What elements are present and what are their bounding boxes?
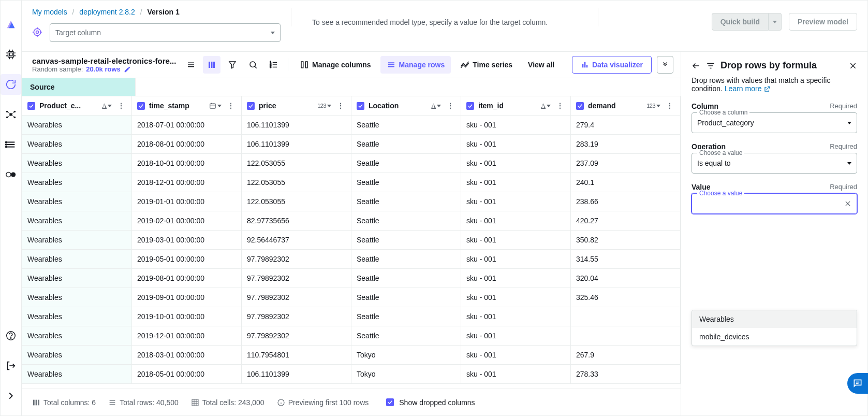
svg-point-22 [6,142,7,143]
svg-rect-41 [213,62,215,68]
table-cell: 97.79892302 [242,307,351,326]
table-cell: sku - 001 [461,326,571,346]
breadcrumb-root[interactable]: My models [32,8,67,16]
column-header[interactable]: demand123 ⋮ [571,96,681,116]
manage-columns-button[interactable]: Manage columns [293,56,377,74]
dropdown-option[interactable]: Wearables [692,310,857,328]
table-cell: Seattle [351,307,461,326]
column-checkbox[interactable] [466,102,474,110]
target-column-select[interactable]: Target column [50,23,281,42]
data-table: Product_c...A ⋮time_stamp ⋮price123 ⋮Loc… [22,96,681,384]
quick-build-dropdown[interactable] [769,13,782,31]
column-type-icon[interactable] [209,102,222,109]
column-header[interactable]: item_idA ⋮ [461,96,571,116]
numbered-list-icon[interactable]: 123 [265,56,283,74]
total-rows: Total rows: 40,500 [108,398,179,407]
column-header[interactable]: LocationA ⋮ [351,96,461,116]
logout-icon[interactable] [1,355,21,376]
back-icon[interactable] [692,61,701,70]
rows-link[interactable]: 20.0k rows [86,65,121,73]
table-row: Wearables2019-08-01 00:00:0097.79892302S… [22,269,681,288]
value-select[interactable]: Choose a value [692,193,857,214]
table-cell: 2019-08-01 00:00:00 [132,269,242,288]
column-type-icon[interactable]: A [541,102,551,110]
table-cell: 2019-03-01 00:00:00 [132,231,242,250]
expand-icon[interactable] [1,385,21,406]
learn-more-link[interactable]: Learn more [725,84,771,93]
chat-fab[interactable] [847,373,868,394]
table-cell: sku - 001 [461,288,571,307]
column-header[interactable]: Product_c...A ⋮ [22,96,132,116]
column-menu-icon[interactable]: ⋮ [555,102,565,110]
graph-icon[interactable] [1,104,21,125]
chip-icon[interactable] [1,44,21,65]
table-cell: Seattle [351,288,461,307]
view-grid-icon[interactable] [203,56,220,74]
svg-line-16 [11,112,14,115]
clear-icon[interactable] [844,200,851,207]
column-menu-icon[interactable]: ⋮ [226,102,236,110]
table-cell: Wearables [22,211,132,231]
refresh-icon[interactable] [1,74,21,95]
close-icon[interactable] [849,62,857,70]
table-row: Wearables2018-05-01 00:00:00106.1101399T… [22,365,681,384]
preview-model-button[interactable]: Preview model [789,13,857,31]
table-row: Wearables2018-03-01 00:00:00110.7954801T… [22,346,681,365]
table-cell: 110.7954801 [242,346,351,365]
column-menu-icon[interactable]: ⋮ [116,102,126,110]
column-select[interactable]: Choose a column Product_category [692,112,857,133]
view-all-button[interactable]: View all [522,56,561,74]
column-checkbox[interactable] [137,102,145,110]
show-dropped-checkbox[interactable]: Show dropped columns [386,398,475,407]
logo-icon[interactable] [1,14,21,35]
data-visualizer-button[interactable]: Data visualizer [572,56,652,74]
chevron-down-icon [847,162,851,165]
search-icon[interactable] [244,56,262,74]
table-row: Wearables2018-12-01 00:00:00122.053055Se… [22,173,681,192]
dataset-title: canvas-sample-retail-electronics-fore... [32,56,179,65]
svg-line-18 [11,114,14,118]
target-icon [32,27,42,39]
help-icon[interactable] [1,325,21,346]
svg-rect-65 [38,399,39,405]
info-text: To see a recommended model type, specify… [291,8,598,26]
column-type-icon[interactable]: 123 [646,103,660,109]
column-type-icon[interactable]: A [102,102,112,110]
table-cell: Wearables [22,154,132,173]
svg-line-15 [7,112,11,115]
manage-rows-button[interactable]: Manage rows [380,56,451,74]
view-list-icon[interactable] [182,56,200,74]
table-cell: 283.19 [571,135,681,154]
breadcrumb-mid[interactable]: deployment 2.8.2 [79,8,135,16]
list-icon[interactable] [1,134,21,155]
dropdown-option[interactable]: mobile_devices [692,328,857,346]
table-cell: 267.9 [571,346,681,365]
column-type-icon[interactable]: A [431,102,441,110]
table-cell: sku - 001 [461,192,571,211]
svg-rect-0 [8,52,14,58]
toggle-icon[interactable] [1,164,21,185]
breadcrumb-current: Version 1 [147,8,179,16]
column-checkbox[interactable] [357,102,364,110]
table-row: Wearables2019-05-01 00:00:0097.79892302S… [22,250,681,269]
quick-build-button[interactable]: Quick build [712,13,769,31]
column-header[interactable]: time_stamp ⋮ [132,96,242,116]
operation-select[interactable]: Choose a value Is equal to [692,153,857,174]
column-checkbox[interactable] [247,102,255,110]
column-menu-icon[interactable]: ⋮ [445,102,455,110]
column-header[interactable]: price123 ⋮ [242,96,351,116]
edit-icon[interactable] [124,66,131,73]
time-series-button[interactable]: Time series [454,56,519,74]
svg-line-44 [255,66,257,68]
column-menu-icon[interactable]: ⋮ [335,102,346,110]
expand-panel-button[interactable] [657,56,673,74]
column-checkbox[interactable] [576,102,584,110]
filter-icon[interactable] [224,56,241,74]
column-checkbox[interactable] [27,102,35,110]
column-type-icon[interactable]: 123 [317,103,331,109]
table-row: Wearables2019-03-01 00:00:0092.56446737S… [22,231,681,250]
column-menu-icon[interactable]: ⋮ [665,102,675,110]
svg-rect-40 [211,62,213,68]
table-cell: Wearables [22,135,132,154]
svg-rect-57 [584,62,586,68]
